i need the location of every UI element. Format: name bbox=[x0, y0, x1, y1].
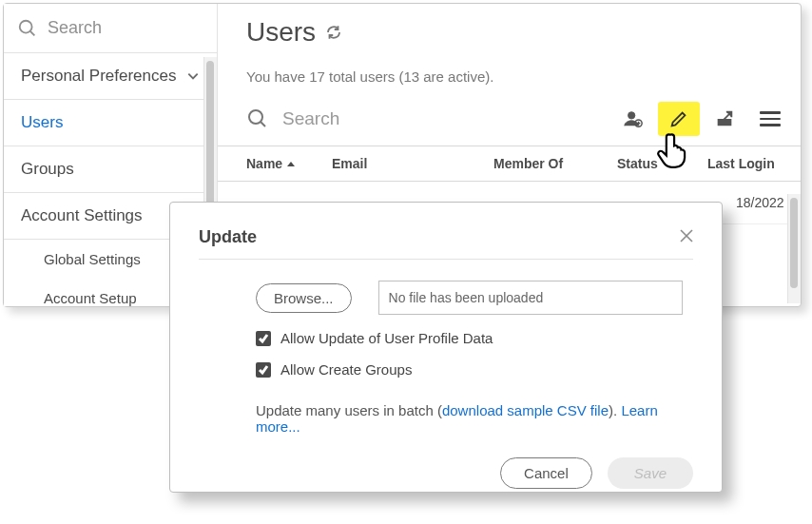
refresh-icon[interactable] bbox=[325, 24, 342, 41]
page-title-text: Users bbox=[246, 17, 316, 48]
save-button: Save bbox=[608, 457, 693, 489]
checkbox-label: Allow Create Groups bbox=[280, 361, 412, 378]
toolbar: Search bbox=[218, 85, 801, 146]
checkbox-label: Allow Update of User Profile Data bbox=[280, 330, 493, 346]
dialog-title: Update bbox=[199, 227, 257, 247]
pencil-icon bbox=[668, 108, 689, 129]
col-email[interactable]: Email bbox=[332, 156, 493, 171]
cell-last-login: 18/2022 bbox=[736, 195, 784, 210]
hamburger-icon bbox=[760, 111, 781, 126]
nav-label: Users bbox=[21, 113, 63, 132]
scrollbar-thumb[interactable] bbox=[206, 61, 214, 213]
checkbox-icon bbox=[256, 362, 271, 378]
edit-button[interactable] bbox=[658, 102, 700, 136]
checkbox-allow-groups[interactable]: Allow Create Groups bbox=[256, 361, 693, 378]
svg-point-0 bbox=[20, 20, 32, 32]
hint-text: ). bbox=[609, 402, 621, 418]
dialog-close-button[interactable] bbox=[680, 227, 693, 247]
svg-line-1 bbox=[30, 30, 35, 35]
sidebar-item-groups[interactable]: Groups bbox=[4, 146, 217, 193]
add-user-button[interactable] bbox=[612, 102, 654, 136]
checkbox-allow-profile[interactable]: Allow Update of User Profile Data bbox=[256, 330, 693, 346]
col-name[interactable]: Name bbox=[218, 156, 332, 171]
browse-button[interactable]: Browse... bbox=[256, 283, 352, 313]
search-icon bbox=[246, 107, 269, 130]
menu-button[interactable] bbox=[749, 102, 791, 136]
sidebar-search-placeholder: Search bbox=[48, 18, 102, 38]
sort-asc-icon bbox=[286, 159, 296, 168]
chevron-down-icon bbox=[186, 69, 200, 83]
col-member-of[interactable]: Member Of bbox=[493, 156, 617, 171]
svg-line-3 bbox=[261, 122, 265, 126]
toolbar-actions bbox=[612, 102, 801, 136]
dialog-header: Update bbox=[199, 227, 693, 260]
page-title: Users bbox=[218, 17, 801, 48]
main-scrollbar[interactable] bbox=[787, 194, 801, 303]
search-icon bbox=[17, 18, 38, 39]
toolbar-search[interactable]: Search bbox=[246, 107, 612, 130]
download-sample-link[interactable]: download sample CSV file bbox=[442, 402, 609, 418]
cancel-button[interactable]: Cancel bbox=[500, 457, 592, 489]
dialog-actions: Cancel Save bbox=[199, 457, 693, 489]
checkbox-icon bbox=[256, 331, 271, 346]
dialog-hint: Update many users in batch (download sam… bbox=[256, 402, 693, 435]
nav-label: Account Settings bbox=[21, 206, 143, 225]
svg-point-2 bbox=[249, 110, 262, 124]
sidebar-search[interactable]: Search bbox=[4, 4, 217, 53]
add-user-icon bbox=[623, 108, 644, 129]
nav-label: Groups bbox=[21, 160, 74, 179]
col-last-login[interactable]: Last Login bbox=[707, 156, 801, 171]
scrollbar-thumb[interactable] bbox=[790, 198, 798, 288]
sidebar-item-personal-preferences[interactable]: Personal Preferences bbox=[4, 53, 217, 100]
close-icon bbox=[680, 229, 693, 243]
export-icon bbox=[714, 108, 735, 129]
col-status[interactable]: Status bbox=[617, 156, 707, 171]
file-row: Browse... No file has been uploaded bbox=[256, 281, 693, 315]
hint-text: Update many users in batch ( bbox=[256, 402, 442, 418]
toolbar-search-placeholder: Search bbox=[282, 108, 339, 129]
col-name-label: Name bbox=[246, 156, 282, 171]
table-header: Name Email Member Of Status Last Login bbox=[218, 146, 801, 182]
file-status-field: No file has been uploaded bbox=[378, 281, 683, 315]
export-button[interactable] bbox=[704, 102, 745, 136]
svg-point-4 bbox=[628, 112, 635, 119]
status-line: You have 17 total users (13 are active). bbox=[218, 48, 801, 85]
nav-label: Personal Preferences bbox=[21, 67, 176, 86]
update-dialog: Update Browse... No file has been upload… bbox=[169, 202, 723, 493]
sidebar-item-users[interactable]: Users bbox=[4, 100, 217, 146]
